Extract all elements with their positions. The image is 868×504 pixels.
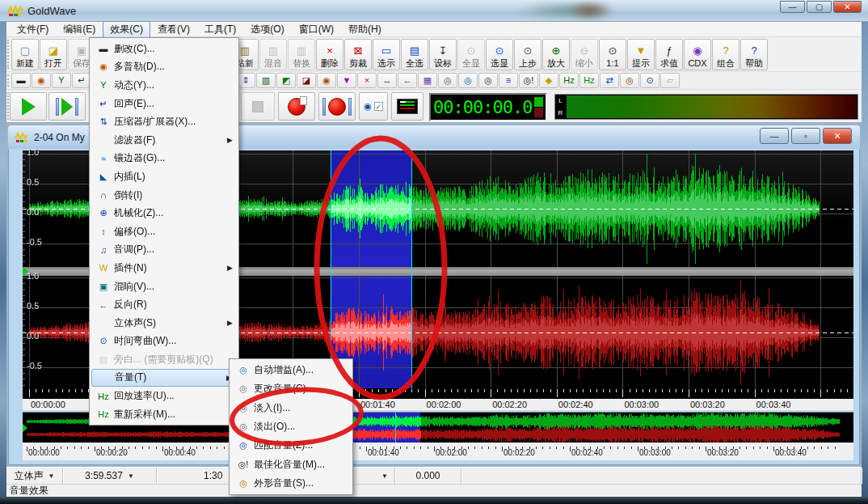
- fade-out-icon: ◎: [233, 421, 254, 432]
- effect-tool-icon[interactable]: Υ: [52, 73, 71, 88]
- record-button[interactable]: [318, 92, 356, 121]
- fx-menu-item-reverse[interactable]: ←反向(R): [90, 295, 238, 314]
- menu-item-tools[interactable]: 工具(T): [197, 21, 243, 38]
- effect-tool-icon[interactable]: ←: [398, 73, 417, 88]
- dropdown-arrow-icon[interactable]: ▼: [381, 472, 388, 480]
- zoom-previous-button[interactable]: ⊙上步: [514, 39, 541, 70]
- new-file-button[interactable]: ▢新建: [11, 39, 39, 70]
- effect-tool-icon[interactable]: ▦: [418, 73, 437, 88]
- effect-tool-icon[interactable]: Hz: [559, 73, 579, 88]
- effect-tool-icon[interactable]: ◩: [276, 73, 296, 88]
- close-button[interactable]: ✕: [823, 128, 852, 144]
- fx-menu-item-doppler[interactable]: ◉多普勒(D)...: [90, 58, 238, 77]
- fx-menu-item-resample[interactable]: Hz重新采样(M)...: [90, 405, 238, 424]
- menu-item-help[interactable]: 帮助(H): [341, 21, 389, 38]
- zoom-selection-button[interactable]: ⊙选显: [486, 39, 513, 70]
- menu-item-edit[interactable]: 编辑(E): [56, 21, 103, 38]
- effect-tool-icon[interactable]: ◪: [297, 73, 316, 88]
- fx-menu-item-playback-rate[interactable]: Hz回放速率(U)...: [90, 387, 238, 405]
- show-selection-button[interactable]: ▭选示: [373, 39, 400, 70]
- status-spare[interactable]: [461, 468, 862, 484]
- effect-tool-icon[interactable]: ▥: [256, 73, 276, 88]
- effect-tool-icon[interactable]: ◎: [478, 73, 498, 88]
- status-length[interactable]: 3:59.537▼: [63, 468, 157, 484]
- fx-menu-item-time-warp[interactable]: ⊙时间弯曲(W)...: [90, 332, 238, 351]
- toolbar-grip[interactable]: [7, 74, 10, 87]
- effect-tool-icon[interactable]: ◆: [539, 73, 558, 88]
- set-marker-button[interactable]: ↧设标: [429, 39, 457, 70]
- effect-tool-icon[interactable]: ▱: [660, 73, 680, 88]
- evaluate-button[interactable]: ƒ求值: [655, 39, 683, 70]
- fx-menu-item-dynamics[interactable]: Υ动态(Y)...: [90, 76, 238, 95]
- fx-menu-item-echo[interactable]: ↵回声(E)...: [90, 95, 238, 113]
- zoom-1-1-button[interactable]: ⊙1:1: [599, 39, 626, 70]
- effect-tool-icon[interactable]: ▼: [337, 73, 356, 88]
- vol-menu-item-maximize-volume[interactable]: ◎!最佳化音量(M)...: [230, 455, 352, 473]
- restore-button[interactable]: ▫: [791, 128, 820, 144]
- menu-item-effects[interactable]: 效果(C): [103, 21, 150, 38]
- vol-menu-item-auto-gain[interactable]: ◎自动增益(A)...: [230, 361, 352, 379]
- minimize-button[interactable]: —: [780, 1, 805, 13]
- trim-button[interactable]: ⊠剪裁: [344, 39, 372, 70]
- fx-menu-item-mechanize[interactable]: ⊕机械化(Z)...: [90, 204, 238, 222]
- vol-menu-item-change-volume[interactable]: ◎更改音量(C)...: [230, 379, 352, 398]
- zoom-in-button[interactable]: ⊕放大: [542, 39, 570, 70]
- help-button[interactable]: ?帮助: [740, 39, 768, 70]
- monitor-toggle-button[interactable]: ◉✓: [359, 92, 388, 121]
- fx-menu-item-offset[interactable]: ↕偏移(O)...: [90, 222, 238, 241]
- effect-tool-icon[interactable]: ×: [357, 73, 377, 88]
- fx-menu-item-invert[interactable]: ∩倒转(I): [90, 186, 238, 205]
- delete-button[interactable]: ×删除: [316, 39, 343, 70]
- effect-tool-icon[interactable]: ⇄: [600, 73, 619, 88]
- record-new-button[interactable]: [278, 92, 315, 121]
- fx-menu-item-censor[interactable]: ▬删改(C)...: [90, 40, 238, 58]
- cdx-button[interactable]: ◉CDX: [684, 39, 711, 70]
- effect-tool-icon[interactable]: ⊙: [640, 73, 659, 88]
- menu-item-file[interactable]: 文件(F): [10, 21, 56, 38]
- effect-tool-icon[interactable]: ◎: [620, 73, 639, 88]
- combine-button[interactable]: ?组合: [712, 39, 739, 70]
- effect-tool-icon[interactable]: ◉: [32, 73, 51, 88]
- overview-ruler-label: 00:00:00: [28, 448, 60, 457]
- vol-menu-item-fade-in[interactable]: ◎淡入(I)...: [230, 399, 352, 417]
- open-file-button[interactable]: ◪打开: [40, 39, 67, 70]
- effect-tool-icon[interactable]: ▬: [11, 73, 31, 88]
- delete-icon: ×: [327, 44, 333, 58]
- fx-menu-item-offset-label: 偏移(O)...: [114, 225, 227, 239]
- menu-item-options[interactable]: 选项(O): [243, 21, 291, 38]
- fx-menu-item-flanger[interactable]: ≈镶边器(G)...: [90, 150, 238, 168]
- status-channel-mode[interactable]: 立体声▼: [6, 468, 63, 484]
- menu-item-view[interactable]: 查看(V): [150, 21, 197, 38]
- fx-menu-item-reverb[interactable]: ▣混响(V)...: [90, 277, 238, 296]
- visual-display-button[interactable]: [391, 92, 423, 121]
- status-value[interactable]: 0.000: [395, 468, 461, 484]
- fx-menu-item-filter[interactable]: 滤波器(F)▶: [90, 131, 238, 150]
- effect-tool-icon[interactable]: Hz: [579, 73, 599, 88]
- dropdown-arrow-icon[interactable]: ▼: [48, 472, 55, 480]
- play-button[interactable]: [10, 92, 47, 121]
- effect-tool-icon[interactable]: ◉: [317, 73, 336, 88]
- dropdown-arrow-icon[interactable]: ▼: [128, 472, 134, 480]
- effect-tool-icon[interactable]: ↔: [377, 73, 397, 88]
- maximize-button[interactable]: ▢: [807, 1, 832, 13]
- vol-menu-item-fade-out[interactable]: ◎淡出(O)...: [230, 417, 352, 436]
- fx-menu-item-stereo[interactable]: 立体声(S)▶: [90, 314, 238, 332]
- play-all-button[interactable]: [48, 92, 86, 121]
- vol-menu-item-match-volume[interactable]: ◎匹配音量(Z)...: [230, 436, 352, 455]
- fx-menu-item-volume[interactable]: 音量(T)▶: [91, 369, 237, 388]
- fx-menu-item-pitch[interactable]: ♫音调(P)...: [90, 241, 238, 260]
- minimize-button[interactable]: —: [760, 128, 789, 144]
- tip-button[interactable]: ▼提示: [627, 39, 655, 70]
- vol-menu-item-shape-volume[interactable]: ◎外形音量(S)...: [230, 474, 352, 493]
- menu-item-window[interactable]: 窗口(W): [292, 21, 341, 38]
- effect-tool-icon[interactable]: ◎: [438, 73, 457, 88]
- fx-menu-item-plugin[interactable]: W插件(N)▶: [90, 259, 238, 277]
- select-all-button[interactable]: ▤全选: [401, 39, 428, 70]
- effect-tool-icon[interactable]: ◎!: [519, 73, 538, 88]
- effect-tool-icon[interactable]: ◎: [458, 73, 478, 88]
- fx-menu-item-interpolate[interactable]: ◣内插(L): [90, 167, 238, 186]
- toolbar-grip[interactable]: [7, 40, 10, 69]
- close-button[interactable]: ✕: [833, 1, 862, 13]
- effect-tool-icon[interactable]: ≡: [499, 73, 518, 88]
- fx-menu-item-compressor[interactable]: ⇅压缩器/扩展器(X)...: [90, 112, 238, 131]
